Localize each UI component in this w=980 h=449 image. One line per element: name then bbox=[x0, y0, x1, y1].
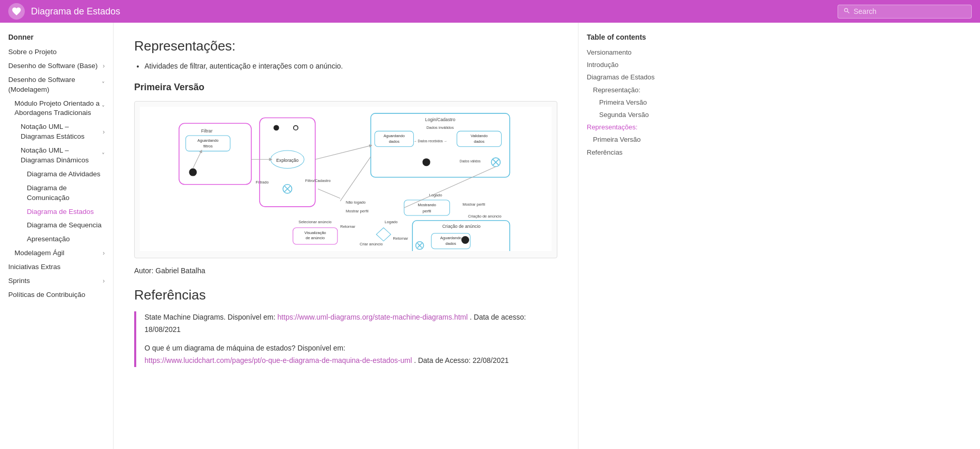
svg-line-58 bbox=[193, 152, 201, 169]
ref1-link[interactable]: https://www.uml-diagrams.org/state-machi… bbox=[278, 313, 468, 321]
toc-item-segunda-versao[interactable]: Segunda Versão bbox=[587, 109, 673, 121]
svg-text:Criação de anúncio: Criação de anúncio bbox=[468, 214, 502, 219]
sidebar-item-notacao-dinamicos[interactable]: Notação UML – Diagramas Dinâmicos ˅ bbox=[8, 144, 105, 168]
svg-rect-16 bbox=[371, 113, 509, 177]
state-diagram-svg: Filtrar Aguardando filtros Filtrado Expl… bbox=[140, 107, 552, 251]
svg-text:Dados válidos: Dados válidos bbox=[460, 159, 481, 163]
chevron-down-icon: ˅ bbox=[102, 104, 105, 113]
primeira-versao-heading: Primeira Versão bbox=[134, 82, 557, 93]
diagram-container: Filtrar Aguardando filtros Filtrado Expl… bbox=[134, 101, 557, 258]
page-layout: Donner Sobre o Projeto Desenho de Softwa… bbox=[0, 23, 980, 449]
header-title: Diagrama de Estados bbox=[31, 6, 831, 17]
svg-point-5 bbox=[189, 169, 197, 176]
toc-item-diagramas-estados[interactable]: Diagramas de Estados bbox=[587, 71, 673, 84]
svg-text:Mostrar perfil: Mostrar perfil bbox=[462, 202, 485, 207]
sidebar-item-sobre[interactable]: Sobre o Projeto bbox=[8, 45, 105, 59]
sidebar-section-title: Donner bbox=[8, 33, 105, 41]
svg-line-60 bbox=[315, 146, 371, 160]
author-text: Autor: Gabriel Batalha bbox=[134, 267, 557, 275]
svg-text:Retornar: Retornar bbox=[340, 224, 356, 229]
sidebar-item-modelagem-agil[interactable]: Modelagem Ágil › bbox=[8, 246, 105, 260]
svg-text:Retornar: Retornar bbox=[393, 237, 409, 241]
chevron-right-icon: › bbox=[103, 277, 105, 286]
toc-item-representacoes[interactable]: Representações: bbox=[587, 121, 673, 134]
header: Diagrama de Estados bbox=[0, 0, 980, 23]
svg-text:Aguardando: Aguardando bbox=[440, 236, 461, 241]
svg-text:Dados inválidos: Dados inválidos bbox=[426, 125, 454, 130]
sidebar-item-modulo[interactable]: Módulo Projeto Orientado a Abordagens Tr… bbox=[8, 97, 105, 121]
svg-text:perfil: perfil bbox=[423, 209, 431, 213]
svg-text:Criação de anúncio: Criação de anúncio bbox=[442, 224, 480, 229]
svg-text:Não logado: Não logado bbox=[346, 201, 365, 205]
ref2-link[interactable]: https://www.lucidchart.com/pages/pt/o-qu… bbox=[144, 356, 412, 364]
svg-text:dados: dados bbox=[389, 139, 399, 144]
svg-text:Mostrando: Mostrando bbox=[417, 203, 436, 207]
toc-item-primeira-versao-2[interactable]: Primeira Versão bbox=[587, 134, 673, 146]
sidebar-item-apresentacao[interactable]: Apresentação bbox=[8, 232, 105, 246]
sidebar-item-politicas[interactable]: Políticas de Contribuição bbox=[8, 288, 105, 302]
chevron-right-icon: › bbox=[103, 62, 105, 71]
svg-point-14 bbox=[294, 126, 298, 130]
sidebar-item-desenho-base[interactable]: Desenho de Software (Base) › bbox=[8, 59, 105, 73]
ref2-text: O que é um diagrama de máquina de estado… bbox=[144, 342, 557, 367]
svg-text:Criar anúncio: Criar anúncio bbox=[360, 242, 383, 247]
svg-text:Logado: Logado bbox=[384, 220, 397, 225]
toc-title: Table of contents bbox=[587, 33, 673, 41]
svg-text:Login/Cadastro: Login/Cadastro bbox=[425, 117, 456, 122]
svg-text:Mostrar perfil: Mostrar perfil bbox=[346, 209, 368, 213]
main-content: Representações: Atividades de filtrar, a… bbox=[114, 23, 578, 449]
svg-text:Selecionar anúncio: Selecionar anúncio bbox=[298, 220, 331, 225]
svg-point-48 bbox=[461, 236, 469, 244]
svg-text:Filtrado: Filtrado bbox=[256, 180, 269, 185]
svg-text:dados: dados bbox=[445, 242, 456, 246]
chevron-down-icon: ˅ bbox=[102, 80, 105, 89]
sidebar-item-estados[interactable]: Diagrama de Estados bbox=[8, 205, 105, 219]
svg-marker-44 bbox=[376, 228, 391, 241]
sidebar-item-sequencia[interactable]: Diagrama de Sequencia bbox=[8, 219, 105, 232]
svg-rect-0 bbox=[179, 124, 251, 185]
svg-text:Aguardando: Aguardando bbox=[383, 134, 405, 139]
sidebar-item-comunicacao[interactable]: Diagrama de Comunicação bbox=[8, 181, 105, 205]
chevron-right-icon: › bbox=[103, 249, 105, 258]
search-input[interactable] bbox=[854, 7, 966, 15]
chevron-right-icon: › bbox=[103, 128, 105, 137]
logo-icon bbox=[8, 3, 25, 20]
sidebar-item-desenho-modelagem[interactable]: Desenho de Software (Modelagem) ˅ bbox=[8, 73, 105, 97]
sidebar-item-atividades[interactable]: Diagrama de Atividades bbox=[8, 168, 105, 181]
table-of-contents: Table of contents Versionamento Introduç… bbox=[578, 23, 681, 449]
svg-text:Aguardando: Aguardando bbox=[197, 138, 218, 143]
svg-point-27 bbox=[423, 159, 430, 167]
references-section: State Machine Diagrams. Disponível em: h… bbox=[134, 311, 557, 367]
svg-text:dados: dados bbox=[474, 139, 485, 144]
toc-item-representacao[interactable]: Representação: bbox=[587, 84, 673, 96]
chevron-down-icon: ˅ bbox=[102, 152, 105, 160]
representacoes-heading: Representações: bbox=[134, 38, 557, 54]
sidebar-item-sprints[interactable]: Sprints › bbox=[8, 274, 105, 288]
svg-line-62 bbox=[318, 189, 340, 198]
ref1-text: State Machine Diagrams. Disponível em: h… bbox=[144, 311, 557, 336]
svg-text:Exploração: Exploração bbox=[276, 158, 298, 163]
toc-item-versionamento[interactable]: Versionamento bbox=[587, 46, 673, 59]
search-box[interactable] bbox=[838, 5, 972, 19]
svg-text:Validando: Validando bbox=[471, 134, 488, 139]
svg-text:Visualização: Visualização bbox=[304, 230, 326, 235]
sidebar-item-notacao-estaticos[interactable]: Notação UML – Diagramas Estáticos › bbox=[8, 120, 105, 144]
svg-text:filtros: filtros bbox=[203, 144, 213, 148]
svg-text:Filtrar: Filtrar bbox=[201, 128, 213, 134]
toc-item-referencias[interactable]: Referências bbox=[587, 146, 673, 159]
svg-text:de anúncio: de anúncio bbox=[306, 236, 325, 241]
sidebar: Donner Sobre o Projeto Desenho de Softwa… bbox=[0, 23, 114, 449]
svg-point-13 bbox=[274, 125, 279, 131]
sidebar-item-iniciativas[interactable]: Iniciativas Extras bbox=[8, 260, 105, 274]
svg-line-61 bbox=[340, 157, 371, 201]
bullet-list: Atividades de filtrar, autenticação e in… bbox=[144, 60, 557, 72]
svg-text:Filtro/Cadastro: Filtro/Cadastro bbox=[305, 179, 330, 184]
svg-text:→ Dados recebidos →: → Dados recebidos → bbox=[413, 139, 447, 143]
search-icon bbox=[843, 7, 850, 16]
toc-item-primeira-versao[interactable]: Primeira Versão bbox=[587, 96, 673, 109]
bullet-item: Atividades de filtrar, autenticação e in… bbox=[144, 60, 557, 72]
referencias-heading: Referências bbox=[134, 287, 557, 303]
toc-item-introducao[interactable]: Introdução bbox=[587, 59, 673, 71]
